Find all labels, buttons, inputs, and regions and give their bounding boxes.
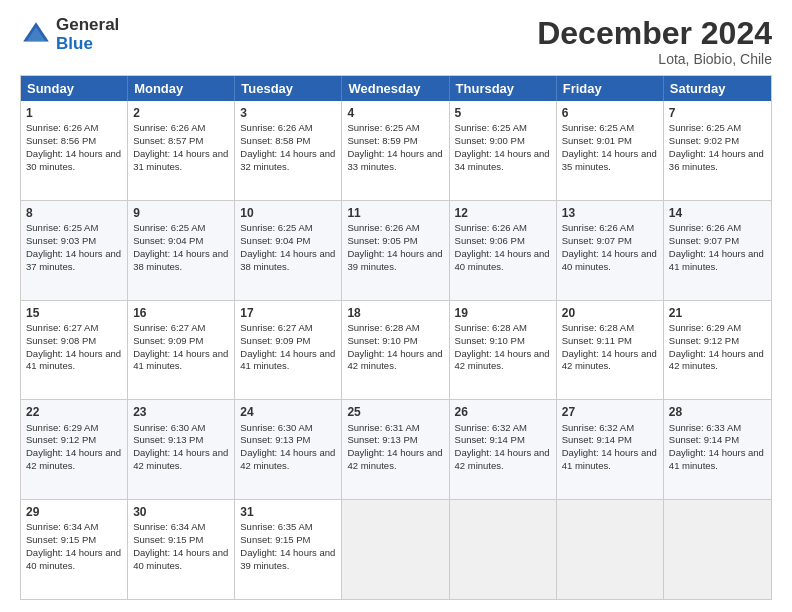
daylight: Daylight: 14 hours and 39 minutes. bbox=[347, 248, 442, 272]
daylight: Daylight: 14 hours and 42 minutes. bbox=[133, 447, 228, 471]
sunrise: Sunrise: 6:30 AM bbox=[133, 422, 205, 433]
cal-cell-6: 6Sunrise: 6:25 AMSunset: 9:01 PMDaylight… bbox=[557, 101, 664, 200]
sunrise: Sunrise: 6:27 AM bbox=[26, 322, 98, 333]
sunset: Sunset: 9:04 PM bbox=[240, 235, 310, 246]
day-number: 30 bbox=[133, 504, 229, 520]
cal-cell-21: 21Sunrise: 6:29 AMSunset: 9:12 PMDayligh… bbox=[664, 301, 771, 400]
cal-row-1: 1Sunrise: 6:26 AMSunset: 8:56 PMDaylight… bbox=[21, 101, 771, 200]
sunrise: Sunrise: 6:34 AM bbox=[26, 521, 98, 532]
day-number: 28 bbox=[669, 404, 766, 420]
cal-cell-16: 16Sunrise: 6:27 AMSunset: 9:09 PMDayligh… bbox=[128, 301, 235, 400]
daylight: Daylight: 14 hours and 35 minutes. bbox=[562, 148, 657, 172]
sunrise: Sunrise: 6:32 AM bbox=[562, 422, 634, 433]
cal-cell-empty-4-6 bbox=[664, 500, 771, 599]
sunset: Sunset: 9:13 PM bbox=[347, 434, 417, 445]
sunrise: Sunrise: 6:29 AM bbox=[669, 322, 741, 333]
day-number: 14 bbox=[669, 205, 766, 221]
sunrise: Sunrise: 6:29 AM bbox=[26, 422, 98, 433]
daylight: Daylight: 14 hours and 42 minutes. bbox=[347, 447, 442, 471]
cal-cell-empty-4-4 bbox=[450, 500, 557, 599]
header-sunday: Sunday bbox=[21, 76, 128, 101]
sunrise: Sunrise: 6:35 AM bbox=[240, 521, 312, 532]
sunrise: Sunrise: 6:26 AM bbox=[240, 122, 312, 133]
daylight: Daylight: 14 hours and 42 minutes. bbox=[240, 447, 335, 471]
cal-cell-25: 25Sunrise: 6:31 AMSunset: 9:13 PMDayligh… bbox=[342, 400, 449, 499]
daylight: Daylight: 14 hours and 40 minutes. bbox=[562, 248, 657, 272]
daylight: Daylight: 14 hours and 42 minutes. bbox=[455, 348, 550, 372]
sunrise: Sunrise: 6:25 AM bbox=[669, 122, 741, 133]
cal-cell-2: 2Sunrise: 6:26 AMSunset: 8:57 PMDaylight… bbox=[128, 101, 235, 200]
daylight: Daylight: 14 hours and 42 minutes. bbox=[347, 348, 442, 372]
day-number: 25 bbox=[347, 404, 443, 420]
header-monday: Monday bbox=[128, 76, 235, 101]
daylight: Daylight: 14 hours and 38 minutes. bbox=[133, 248, 228, 272]
daylight: Daylight: 14 hours and 31 minutes. bbox=[133, 148, 228, 172]
cal-cell-8: 8Sunrise: 6:25 AMSunset: 9:03 PMDaylight… bbox=[21, 201, 128, 300]
sunset: Sunset: 9:13 PM bbox=[133, 434, 203, 445]
sunrise: Sunrise: 6:28 AM bbox=[347, 322, 419, 333]
day-number: 22 bbox=[26, 404, 122, 420]
sunrise: Sunrise: 6:31 AM bbox=[347, 422, 419, 433]
sunset: Sunset: 9:11 PM bbox=[562, 335, 632, 346]
daylight: Daylight: 14 hours and 30 minutes. bbox=[26, 148, 121, 172]
cal-cell-17: 17Sunrise: 6:27 AMSunset: 9:09 PMDayligh… bbox=[235, 301, 342, 400]
sunrise: Sunrise: 6:26 AM bbox=[26, 122, 98, 133]
sunset: Sunset: 8:57 PM bbox=[133, 135, 203, 146]
cal-cell-9: 9Sunrise: 6:25 AMSunset: 9:04 PMDaylight… bbox=[128, 201, 235, 300]
day-number: 19 bbox=[455, 305, 551, 321]
daylight: Daylight: 14 hours and 41 minutes. bbox=[669, 447, 764, 471]
logo: General Blue bbox=[20, 16, 119, 53]
cal-cell-24: 24Sunrise: 6:30 AMSunset: 9:13 PMDayligh… bbox=[235, 400, 342, 499]
daylight: Daylight: 14 hours and 39 minutes. bbox=[240, 547, 335, 571]
daylight: Daylight: 14 hours and 37 minutes. bbox=[26, 248, 121, 272]
sunrise: Sunrise: 6:28 AM bbox=[562, 322, 634, 333]
day-number: 21 bbox=[669, 305, 766, 321]
sunrise: Sunrise: 6:28 AM bbox=[455, 322, 527, 333]
sunrise: Sunrise: 6:32 AM bbox=[455, 422, 527, 433]
day-number: 15 bbox=[26, 305, 122, 321]
day-number: 26 bbox=[455, 404, 551, 420]
sunrise: Sunrise: 6:30 AM bbox=[240, 422, 312, 433]
sunset: Sunset: 8:56 PM bbox=[26, 135, 96, 146]
header: General Blue December 2024 Lota, Biobio,… bbox=[20, 16, 772, 67]
sunrise: Sunrise: 6:26 AM bbox=[669, 222, 741, 233]
day-number: 13 bbox=[562, 205, 658, 221]
sunrise: Sunrise: 6:25 AM bbox=[347, 122, 419, 133]
day-number: 27 bbox=[562, 404, 658, 420]
cal-row-4: 22Sunrise: 6:29 AMSunset: 9:12 PMDayligh… bbox=[21, 399, 771, 499]
sunset: Sunset: 9:08 PM bbox=[26, 335, 96, 346]
day-number: 10 bbox=[240, 205, 336, 221]
sunrise: Sunrise: 6:34 AM bbox=[133, 521, 205, 532]
cal-cell-20: 20Sunrise: 6:28 AMSunset: 9:11 PMDayligh… bbox=[557, 301, 664, 400]
sunrise: Sunrise: 6:26 AM bbox=[133, 122, 205, 133]
sunrise: Sunrise: 6:25 AM bbox=[240, 222, 312, 233]
cal-cell-26: 26Sunrise: 6:32 AMSunset: 9:14 PMDayligh… bbox=[450, 400, 557, 499]
sunrise: Sunrise: 6:27 AM bbox=[133, 322, 205, 333]
sunrise: Sunrise: 6:25 AM bbox=[133, 222, 205, 233]
cal-cell-4: 4Sunrise: 6:25 AMSunset: 8:59 PMDaylight… bbox=[342, 101, 449, 200]
daylight: Daylight: 14 hours and 32 minutes. bbox=[240, 148, 335, 172]
sunrise: Sunrise: 6:27 AM bbox=[240, 322, 312, 333]
sunset: Sunset: 9:14 PM bbox=[562, 434, 632, 445]
cal-cell-27: 27Sunrise: 6:32 AMSunset: 9:14 PMDayligh… bbox=[557, 400, 664, 499]
header-saturday: Saturday bbox=[664, 76, 771, 101]
sunset: Sunset: 9:09 PM bbox=[240, 335, 310, 346]
day-number: 11 bbox=[347, 205, 443, 221]
day-number: 6 bbox=[562, 105, 658, 121]
day-number: 29 bbox=[26, 504, 122, 520]
sunrise: Sunrise: 6:25 AM bbox=[455, 122, 527, 133]
sunset: Sunset: 9:15 PM bbox=[133, 534, 203, 545]
cal-cell-5: 5Sunrise: 6:25 AMSunset: 9:00 PMDaylight… bbox=[450, 101, 557, 200]
daylight: Daylight: 14 hours and 42 minutes. bbox=[562, 348, 657, 372]
sunset: Sunset: 9:01 PM bbox=[562, 135, 632, 146]
cal-cell-19: 19Sunrise: 6:28 AMSunset: 9:10 PMDayligh… bbox=[450, 301, 557, 400]
sunrise: Sunrise: 6:26 AM bbox=[347, 222, 419, 233]
cal-cell-28: 28Sunrise: 6:33 AMSunset: 9:14 PMDayligh… bbox=[664, 400, 771, 499]
cal-row-2: 8Sunrise: 6:25 AMSunset: 9:03 PMDaylight… bbox=[21, 200, 771, 300]
sunset: Sunset: 9:14 PM bbox=[669, 434, 739, 445]
sunset: Sunset: 9:15 PM bbox=[26, 534, 96, 545]
title-block: December 2024 Lota, Biobio, Chile bbox=[537, 16, 772, 67]
cal-row-5: 29Sunrise: 6:34 AMSunset: 9:15 PMDayligh… bbox=[21, 499, 771, 599]
sunrise: Sunrise: 6:26 AM bbox=[562, 222, 634, 233]
cal-cell-10: 10Sunrise: 6:25 AMSunset: 9:04 PMDayligh… bbox=[235, 201, 342, 300]
